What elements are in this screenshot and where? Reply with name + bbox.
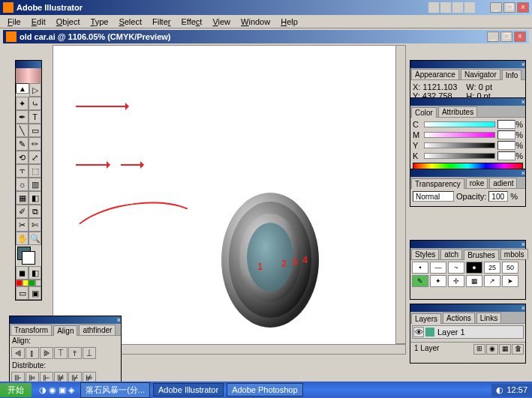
layer-btn-2[interactable]: ◉ <box>486 344 498 355</box>
tab-color[interactable]: Color <box>411 107 437 118</box>
mesh-tool[interactable]: ▦ <box>16 191 29 205</box>
menu-file[interactable]: FFileile <box>3 17 26 26</box>
align-panel-titlebar[interactable]: × <box>10 316 121 324</box>
tab-links[interactable]: Links <box>476 313 501 323</box>
tab-transform[interactable]: Transform <box>11 325 52 335</box>
screen-mode-2[interactable]: ▣ <box>29 286 41 300</box>
align-hcenter[interactable]: ⫿ <box>26 347 39 359</box>
tab-actions[interactable]: Actions <box>443 313 475 323</box>
scale-tool[interactable]: ⤢ <box>29 151 41 164</box>
screen-mode-buttons[interactable] <box>16 280 41 286</box>
eye-icon[interactable]: 👁 <box>413 327 424 337</box>
pencil-tool[interactable]: ✏ <box>29 137 41 151</box>
direct-select-tool[interactable]: ▷ <box>29 83 41 97</box>
toolbox-titlebar[interactable] <box>16 61 41 68</box>
menu-effect[interactable]: Effect <box>176 17 206 26</box>
lasso-tool[interactable]: ⤿ <box>29 97 41 110</box>
systray[interactable]: ◐ 12:57 <box>491 384 532 397</box>
maximize-button[interactable]: ❐ <box>503 2 515 13</box>
hand-tool[interactable]: ✋ <box>16 232 29 245</box>
gradient-tool[interactable]: ◧ <box>29 191 41 205</box>
black-slider[interactable] <box>424 153 495 159</box>
doc-close[interactable]: × <box>514 31 526 42</box>
info-close-icon[interactable]: × <box>521 61 525 68</box>
selection-tool[interactable]: ▲ <box>16 83 29 94</box>
align-left[interactable]: ⫷ <box>11 347 25 359</box>
align-right[interactable]: ⫸ <box>40 347 53 359</box>
type-tool[interactable]: T <box>29 110 41 124</box>
trans-panel-titlebar[interactable]: × <box>410 169 525 177</box>
tab-pathfinder[interactable]: athfinder <box>79 325 116 335</box>
opacity-input[interactable]: 100 <box>488 191 508 202</box>
tab-navigator[interactable]: Navigator <box>461 69 500 79</box>
menu-edit[interactable]: Edit <box>27 17 50 26</box>
cyan-value[interactable] <box>497 120 515 129</box>
zoom-tool[interactable]: 🔍 <box>29 232 41 245</box>
canvas[interactable]: 1 2 3 4 <box>53 45 404 353</box>
align-vcenter[interactable]: ⫯ <box>68 347 82 359</box>
color-close-icon[interactable]: × <box>521 98 525 106</box>
menu-view[interactable]: View <box>208 17 235 26</box>
fill-mode-gradient[interactable]: ◧ <box>29 266 41 280</box>
styles-panel-titlebar[interactable]: × <box>410 241 525 248</box>
delete-layer-button[interactable]: 🗑 <box>512 344 524 355</box>
rotate-tool[interactable]: ⟲ <box>16 151 29 164</box>
rect-tool[interactable]: ▭ <box>29 124 41 137</box>
align-bottom[interactable]: ⟘ <box>83 347 96 359</box>
yellow-value[interactable] <box>497 141 515 150</box>
doc-maximize[interactable]: ❐ <box>500 31 512 42</box>
menu-object[interactable]: Object <box>52 17 85 26</box>
menu-select[interactable]: Select <box>114 17 146 26</box>
tab-align[interactable]: Align <box>53 325 77 336</box>
layer-row[interactable]: 👁 Layer 1 <box>412 325 524 339</box>
scissors-tool[interactable]: ✄ <box>29 218 41 232</box>
symbol-tool[interactable]: ☼ <box>16 178 29 191</box>
magenta-slider[interactable] <box>424 132 495 138</box>
tab-attributes[interactable]: Attributes <box>438 106 477 117</box>
slice-tool[interactable]: ✂ <box>16 218 29 232</box>
doc-minimize[interactable]: _ <box>487 31 499 42</box>
info-panel-titlebar[interactable]: × <box>410 61 525 68</box>
tab-layers[interactable]: Layers <box>411 313 441 324</box>
task-illustrator[interactable]: Adobe Illustrator <box>153 383 224 397</box>
align-close-icon[interactable]: × <box>117 316 121 324</box>
tab-brushes[interactable]: Brushes <box>464 250 499 260</box>
graph-tool[interactable]: ▥ <box>29 178 41 191</box>
tab-symbols[interactable]: mbols <box>500 249 528 259</box>
task-1[interactable]: 落石风暴一(分... <box>80 382 150 398</box>
fill-stroke-swatch[interactable] <box>16 245 41 266</box>
menu-window[interactable]: Window <box>236 17 275 26</box>
color-panel-titlebar[interactable]: × <box>410 98 525 106</box>
task-photoshop[interactable]: Adobe Photoshop <box>227 383 302 397</box>
magenta-value[interactable] <box>497 130 515 139</box>
layer-btn-1[interactable]: ⊞ <box>473 344 485 355</box>
blend-tool[interactable]: ⧉ <box>29 205 41 218</box>
quicklaunch[interactable]: ◑ ◉ ▣ ◈ <box>35 385 79 395</box>
tab-swatches[interactable]: atch <box>440 249 462 259</box>
tab-info[interactable]: Info <box>502 70 522 80</box>
minimize-button[interactable]: _ <box>490 2 502 13</box>
tab-transparency[interactable]: Transparency <box>411 178 464 189</box>
tray-icon[interactable]: ◐ <box>496 385 503 395</box>
tab-gradient[interactable]: adient <box>489 178 517 188</box>
fill-mode-color[interactable]: ◼ <box>16 266 29 280</box>
black-value[interactable] <box>497 151 515 160</box>
line-tool[interactable]: ╲ <box>16 124 29 137</box>
start-button[interactable]: 开始 <box>0 383 32 397</box>
align-top[interactable]: ⟙ <box>54 347 68 359</box>
yellow-slider[interactable] <box>424 142 495 148</box>
tab-stroke[interactable]: roke <box>466 178 488 188</box>
new-layer-button[interactable]: ▦ <box>499 344 511 355</box>
wand-tool[interactable]: ✦ <box>16 97 29 110</box>
tab-styles[interactable]: Styles <box>411 249 439 259</box>
free-transform-tool[interactable]: ⬚ <box>29 164 41 178</box>
layers-panel-titlebar[interactable]: × <box>410 304 525 312</box>
close-button[interactable]: × <box>517 2 529 13</box>
tab-appearance[interactable]: Appearance <box>411 69 459 79</box>
eyedropper-tool[interactable]: ✐ <box>16 205 29 218</box>
screen-mode[interactable]: ▭ <box>16 286 29 300</box>
scrollbar-vertical[interactable] <box>395 45 406 344</box>
layers-close-icon[interactable]: × <box>521 304 525 312</box>
styles-close-icon[interactable]: × <box>521 241 525 248</box>
pen-tool[interactable]: ✒ <box>16 110 29 124</box>
